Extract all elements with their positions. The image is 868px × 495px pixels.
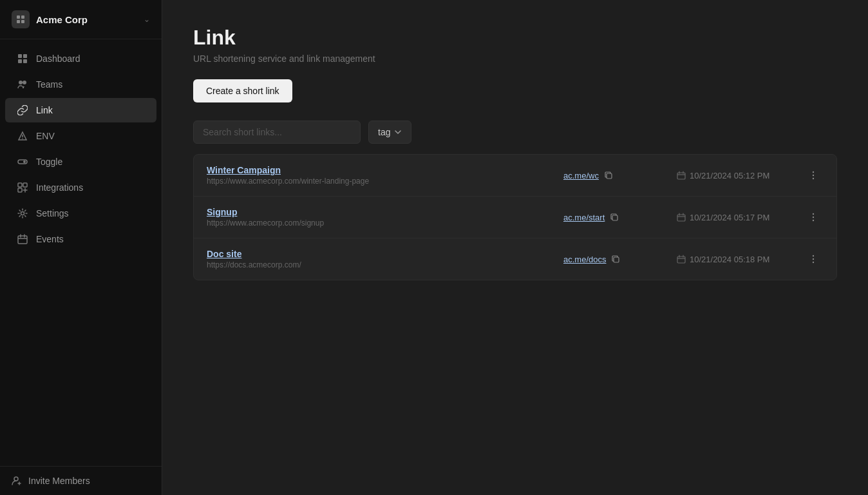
sidebar-nav: Dashboard Teams Link	[0, 39, 162, 466]
sidebar-item-settings[interactable]: Settings	[5, 201, 156, 226]
search-row: tag	[193, 121, 837, 144]
link-date: 10/21/2024 05:12 PM	[690, 171, 769, 180]
copy-icon[interactable]	[604, 171, 613, 180]
svg-point-23	[14, 477, 18, 481]
teams-label: Teams	[36, 79, 62, 90]
svg-rect-6	[18, 59, 22, 63]
svg-point-47	[813, 255, 814, 257]
org-logo	[12, 10, 30, 28]
svg-rect-19	[18, 236, 27, 244]
settings-label: Settings	[36, 208, 69, 218]
links-table: Winter Campaign https://www.acmecorp.com…	[193, 154, 837, 280]
date-area: 10/21/2024 05:17 PM	[677, 213, 793, 222]
svg-point-14	[23, 160, 26, 163]
date-area: 10/21/2024 05:12 PM	[677, 171, 793, 180]
svg-rect-35	[677, 215, 685, 221]
short-link[interactable]: ac.me/docs	[563, 255, 606, 264]
sidebar-item-link[interactable]: Link	[5, 98, 156, 122]
svg-point-49	[813, 262, 814, 263]
calendar-icon	[677, 171, 686, 180]
svg-rect-2	[17, 20, 20, 23]
more-options-button[interactable]	[803, 168, 824, 183]
short-link-area: ac.me/start	[563, 213, 666, 222]
link-name[interactable]: Doc site	[207, 249, 553, 259]
create-short-link-button[interactable]: Create a short link	[193, 79, 292, 102]
svg-point-9	[23, 81, 26, 84]
svg-point-32	[813, 175, 814, 176]
integrations-label: Integrations	[36, 182, 83, 193]
short-link[interactable]: ac.me/wc	[563, 171, 599, 180]
events-label: Events	[36, 234, 64, 244]
env-label: ENV	[36, 131, 55, 141]
invite-members-button[interactable]: Invite Members	[12, 476, 150, 486]
copy-icon[interactable]	[610, 213, 619, 222]
date-area: 10/21/2024 05:18 PM	[677, 255, 793, 264]
org-header[interactable]: Acme Corp ⌄	[0, 0, 162, 39]
svg-rect-1	[21, 15, 24, 19]
table-row: Doc site https://docs.acmecorp.com/ ac.m…	[194, 238, 836, 280]
link-info: Winter Campaign https://www.acmecorp.com…	[207, 165, 553, 186]
link-date: 10/21/2024 05:18 PM	[690, 255, 769, 264]
short-link-area: ac.me/docs	[563, 255, 666, 264]
svg-point-33	[813, 178, 814, 179]
tag-dropdown[interactable]: tag	[368, 121, 411, 144]
teams-icon	[17, 79, 28, 90]
link-label: Link	[36, 105, 53, 115]
svg-point-41	[813, 220, 814, 221]
svg-rect-26	[607, 173, 612, 179]
svg-rect-42	[614, 257, 619, 262]
svg-rect-7	[23, 59, 27, 63]
search-input[interactable]	[193, 121, 361, 144]
svg-point-8	[19, 81, 23, 84]
page-header: Link URL shortening service and link man…	[162, 0, 868, 79]
svg-point-12	[22, 138, 23, 139]
link-url: https://www.acmecorp.com/signup	[207, 218, 553, 228]
svg-point-39	[813, 213, 814, 215]
sidebar-item-teams[interactable]: Teams	[5, 72, 156, 97]
table-row: Signup https://www.acmecorp.com/signup a…	[194, 197, 836, 238]
dashboard-label: Dashboard	[36, 53, 80, 64]
svg-rect-17	[18, 188, 22, 192]
page-title: Link	[193, 26, 837, 50]
svg-point-18	[21, 212, 24, 215]
svg-rect-27	[677, 173, 685, 179]
chevron-down-icon: ⌄	[144, 15, 150, 24]
link-url: https://docs.acmecorp.com/	[207, 260, 553, 269]
sidebar-item-integrations[interactable]: Integrations	[5, 175, 156, 200]
sidebar: Acme Corp ⌄ Dashboard	[0, 0, 162, 495]
link-info: Signup https://www.acmecorp.com/signup	[207, 207, 553, 228]
link-name[interactable]: Winter Campaign	[207, 165, 553, 175]
link-date: 10/21/2024 05:17 PM	[690, 213, 769, 222]
sidebar-item-toggle[interactable]: Toggle	[5, 150, 156, 174]
more-options-button[interactable]	[803, 251, 824, 267]
sidebar-item-env[interactable]: ENV	[5, 124, 156, 148]
svg-rect-4	[18, 54, 22, 58]
svg-point-40	[813, 217, 814, 218]
svg-point-31	[813, 171, 814, 173]
page-subtitle: URL shortening service and link manageme…	[193, 53, 837, 64]
svg-rect-34	[612, 215, 618, 220]
toggle-label: Toggle	[36, 157, 62, 167]
svg-rect-15	[18, 183, 22, 187]
calendar-icon	[677, 213, 686, 222]
more-options-button[interactable]	[803, 209, 824, 225]
copy-icon[interactable]	[611, 255, 620, 264]
page-content: Create a short link tag Winter Campaign …	[162, 79, 868, 280]
svg-rect-16	[23, 183, 27, 187]
tag-label: tag	[378, 127, 390, 137]
calendar-icon	[677, 255, 686, 264]
svg-rect-5	[23, 54, 27, 58]
link-icon	[17, 104, 28, 116]
settings-icon	[17, 208, 28, 219]
events-icon	[17, 233, 28, 245]
sidebar-item-dashboard[interactable]: Dashboard	[5, 46, 156, 71]
svg-rect-43	[677, 257, 685, 263]
svg-rect-0	[17, 15, 20, 19]
sidebar-footer: Invite Members	[0, 466, 162, 495]
short-link-area: ac.me/wc	[563, 171, 666, 180]
short-link[interactable]: ac.me/start	[563, 213, 605, 222]
link-name[interactable]: Signup	[207, 207, 553, 217]
sidebar-item-events[interactable]: Events	[5, 227, 156, 251]
svg-rect-3	[21, 20, 24, 23]
table-row: Winter Campaign https://www.acmecorp.com…	[194, 155, 836, 197]
